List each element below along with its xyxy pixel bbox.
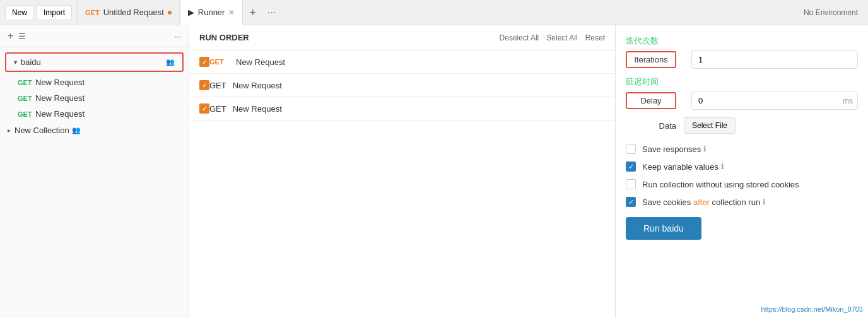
save-responses-row: Save responses ℹ [626,144,858,154]
save-cookies-info-icon[interactable]: ℹ [763,197,766,206]
iterations-label[interactable]: Iterations [626,51,676,68]
collection-new[interactable]: ▸ New Collection 👥 [0,122,189,139]
sidebar-header: + ☰ ··· [0,25,189,47]
save-cookies-row: Save cookies after collection run ℹ [626,197,858,207]
delay-label[interactable]: Delay [626,92,676,109]
run-order-title: RUN ORDER [199,33,500,42]
save-responses-label: Save responses [642,144,701,154]
iterations-input[interactable] [691,50,858,69]
run-without-cookies-checkbox[interactable] [626,179,636,189]
new-button[interactable]: New [5,5,34,20]
team-icon: 👥 [166,58,175,66]
sidebar-request-2[interactable]: GET New Request [0,90,189,106]
keep-variable-label: Keep variable values [642,162,718,172]
sidebar-request-1[interactable]: GET New Request [0,74,189,90]
watermark: https://blog.csdn.net/Mikon_0703 [761,305,863,313]
run-order-section: RUN ORDER Deselect All Select All Reset … [189,25,616,318]
sidebar: + ☰ ··· ▾ baidu 👥 GET New Request GET Ne… [0,25,189,318]
delay-label-zh: 延迟时间 [626,76,858,88]
deselect-all-button[interactable]: Deselect All [500,33,539,42]
config-panel: 迭代次数 Iterations 延迟时间 Delay [616,25,868,318]
keep-variable-checkbox[interactable] [626,162,636,172]
request-checkbox-3[interactable] [199,103,209,114]
team-icon-2: 👥 [72,126,81,134]
delay-input-wrap: ms [691,91,858,110]
collection-new-name: New Collection [15,126,69,135]
delay-input[interactable] [691,91,858,110]
save-cookies-label: Save cookies after collection run [642,197,760,207]
method-badge: GET [85,9,100,16]
data-label: Data [626,121,676,131]
iterations-label-zh: 迭代次数 [626,35,858,47]
run-order-actions: Deselect All Select All Reset [500,33,605,42]
sidebar-add-icon[interactable]: + [8,30,13,42]
runner-tab[interactable]: ▶ Runner ✕ [180,0,243,25]
method-get-2: GET [209,81,226,90]
import-button[interactable]: Import [37,5,72,20]
request-checkbox-2[interactable] [199,80,209,90]
run-button[interactable]: Run baidu [626,217,701,240]
method-label: GET [18,79,35,86]
unsaved-dot [168,11,172,15]
save-responses-info-icon[interactable]: ℹ [703,144,707,153]
save-responses-checkbox[interactable] [626,144,636,154]
run-order-header: RUN ORDER Deselect All Select All Reset [189,25,615,50]
reset-button[interactable]: Reset [585,33,605,42]
sidebar-filter-icon[interactable]: ☰ [18,32,26,41]
tab-overflow-button[interactable]: ··· [262,7,281,18]
request-checkbox-1[interactable] [199,57,209,67]
chevron-right-icon: ▸ [8,127,11,134]
collection-baidu-header[interactable]: ▾ baidu 👥 [5,52,184,72]
request-name: New Request [35,109,85,119]
sidebar-more-icon[interactable]: ··· [174,32,181,41]
delay-row: Delay ms [626,91,858,110]
request-name: New Request [35,78,85,87]
select-file-button[interactable]: Select File [684,117,736,134]
tab-title: Untitled Request [103,8,164,17]
iterations-input-wrap [691,50,858,69]
request-name-2: New Request [233,81,282,90]
keep-variable-row: Keep variable values ℹ [626,162,858,172]
tab-bar: New Import GET Untitled Request ▶ Runner… [0,0,868,25]
data-row: Data Select File [626,117,858,134]
collection-baidu[interactable]: ▾ baidu 👥 GET New Request GET New Reques… [0,52,189,122]
request-name: New Request [35,93,85,103]
request-name-3: New Request [233,104,282,114]
method-label: GET [18,95,35,102]
iterations-row: Iterations [626,50,858,69]
run-without-cookies-row: Run collection without using stored cook… [626,179,858,189]
sidebar-content: ▾ baidu 👥 GET New Request GET New Reques… [0,47,189,318]
runner-icon: ▶ [188,8,194,17]
runner-panel: RUN ORDER Deselect All Select All Reset … [189,25,868,318]
chevron-down-icon: ▾ [14,59,17,66]
runner-tab-title: Runner [198,8,225,17]
method-get-1: GET [209,58,230,66]
table-row: GET New Request [189,97,615,121]
table-row: GET New Request [189,50,615,74]
method-get-3: GET [209,104,226,114]
sidebar-request-3[interactable]: GET New Request [0,106,189,122]
runner-close-icon[interactable]: ✕ [228,8,235,17]
collection-baidu-name: baidu [21,57,166,67]
method-label: GET [18,110,35,118]
request-name-1: New Request [236,57,285,67]
keep-variable-info-icon[interactable]: ℹ [721,162,724,171]
table-row: GET New Request [189,74,615,97]
select-all-button[interactable]: Select All [546,33,577,42]
delay-suffix: ms [843,97,853,105]
new-tab-button[interactable]: + [243,0,262,25]
run-without-cookies-label: Run collection without using stored cook… [642,180,799,189]
environment-selector[interactable]: No Environment [804,8,868,17]
save-cookies-checkbox[interactable] [626,197,636,207]
main-layout: + ☰ ··· ▾ baidu 👥 GET New Request GET Ne… [0,25,868,318]
get-request-tab[interactable]: GET Untitled Request [77,0,180,25]
